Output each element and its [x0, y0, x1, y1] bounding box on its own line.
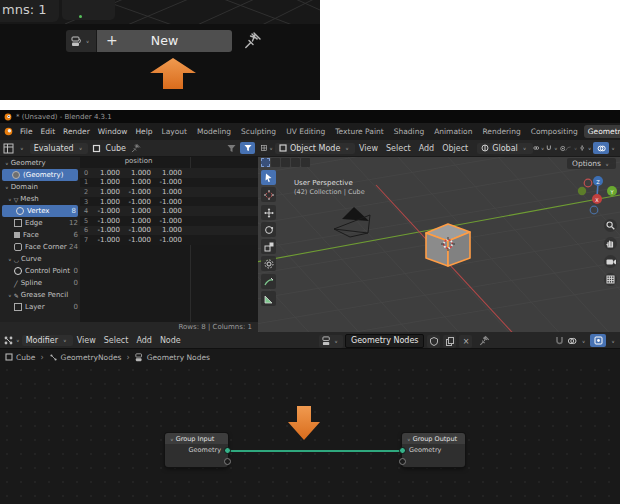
perspective-toggle-icon[interactable]	[604, 273, 617, 286]
tree-item-geometry[interactable]: (Geometry)	[2, 169, 78, 181]
viewport-menu-view[interactable]: View	[359, 144, 378, 153]
tool-transform-button[interactable]	[261, 256, 276, 271]
tab-sculpting[interactable]: Sculpting	[237, 125, 280, 138]
table-row[interactable]: 21.000-1.0001.000	[80, 187, 258, 197]
group-input-node[interactable]: ∨Group Input Geometry	[165, 433, 228, 467]
new-copy-button[interactable]	[443, 335, 456, 348]
tree-section-geometry[interactable]: ∨Geometry	[0, 157, 80, 169]
snap-magnet-icon[interactable]	[555, 336, 564, 346]
tree-section-curve[interactable]: ∨◡Curve	[0, 253, 80, 265]
node-menu-add[interactable]: Add	[136, 336, 152, 345]
virtual-socket[interactable]	[399, 458, 406, 465]
virtual-socket[interactable]	[224, 458, 231, 465]
pin-icon[interactable]	[478, 335, 490, 347]
unlink-button[interactable]: ×	[459, 335, 472, 348]
select-mode-box-button[interactable]	[271, 158, 280, 167]
pin-icon[interactable]	[243, 31, 261, 51]
table-row[interactable]: 7-1.000-1.000-1.000	[80, 235, 258, 245]
tab-animation[interactable]: Animation	[430, 125, 476, 138]
tab-compositing[interactable]: Compositing	[527, 125, 582, 138]
table-row[interactable]: 01.0001.0001.000	[80, 168, 258, 178]
menu-help[interactable]: Help	[135, 127, 152, 136]
table-row[interactable]: 6-1.000-1.0001.000	[80, 226, 258, 236]
fake-user-shield-button[interactable]	[427, 335, 440, 348]
column-header-position[interactable]: position	[92, 157, 185, 167]
object-mode-dropdown[interactable]: Object Mode ∨	[275, 143, 355, 154]
menu-file[interactable]: File	[20, 127, 33, 136]
breadcrumb-object[interactable]: Cube	[16, 353, 35, 362]
tree-section-grease-pencil[interactable]: ∨✎Grease Pencil	[0, 289, 80, 301]
select-mode-pick-button[interactable]	[301, 158, 310, 167]
geometry-input-socket[interactable]	[399, 447, 406, 454]
tool-measure-button[interactable]	[261, 291, 276, 306]
geometry-output-socket[interactable]	[224, 447, 231, 454]
pan-hand-icon[interactable]	[604, 237, 617, 250]
camera-view-icon[interactable]	[604, 255, 617, 268]
tree-item-control-point[interactable]: Control Point0	[0, 265, 80, 277]
node-menu-node[interactable]: Node	[160, 336, 181, 345]
tab-rendering[interactable]: Rendering	[478, 125, 524, 138]
group-output-node[interactable]: ∨Group Output Geometry	[402, 433, 465, 467]
modifier-dropdown[interactable]: Modifier ∨	[22, 335, 73, 346]
breadcrumb-modifier[interactable]: GeometryNodes	[61, 353, 122, 362]
node-tree-name-field[interactable]: Geometry Nodes	[345, 334, 424, 348]
tab-modeling[interactable]: Modeling	[193, 125, 235, 138]
viewport-canvas[interactable]: Z X Y Options ∨ User Perspective (42) Co…	[258, 157, 620, 332]
tool-cursor-button[interactable]	[261, 187, 276, 202]
tab-shading[interactable]: Shading	[390, 125, 428, 138]
pin-icon[interactable]	[130, 143, 141, 154]
menu-edit[interactable]: Edit	[41, 127, 56, 136]
evaluated-dropdown[interactable]: Evaluated ∨	[30, 143, 89, 154]
select-mode-circle-button[interactable]	[281, 158, 290, 167]
tree-item-face-corner[interactable]: Face Corner24	[0, 241, 80, 253]
blender-menu-icon[interactable]	[4, 127, 13, 136]
tool-rotate-button[interactable]	[261, 222, 276, 237]
tool-annotate-button[interactable]	[261, 274, 276, 289]
node-link[interactable]	[228, 450, 402, 452]
node-header[interactable]: ∨Group Input	[165, 433, 228, 444]
table-row[interactable]: 4-1.0001.0001.000	[80, 206, 258, 216]
menu-window[interactable]: Window	[98, 127, 128, 136]
zoom-icon[interactable]	[604, 219, 617, 232]
filter-funnel-icon[interactable]	[227, 144, 236, 153]
node-menu-view[interactable]: View	[77, 336, 96, 345]
viewport-menu-add[interactable]: Add	[419, 144, 435, 153]
tree-item-face[interactable]: Face6	[0, 229, 80, 241]
snap-magnet-icon[interactable]	[546, 143, 552, 153]
tree-section-mesh[interactable]: ∨▽Mesh	[0, 193, 80, 205]
spreadsheet-editor-icon[interactable]	[3, 143, 14, 154]
table-row[interactable]: 11.0001.000-1.000	[80, 178, 258, 188]
viewport-editor-icon[interactable]	[261, 143, 267, 153]
viewport-menu-select[interactable]: Select	[386, 144, 411, 153]
viewport-menu-object[interactable]: Object	[442, 144, 468, 153]
tab-geometry-nodes[interactable]: Geometry Nodes	[584, 125, 620, 138]
tool-move-button[interactable]	[261, 205, 276, 220]
select-mode-tweak-button[interactable]	[261, 158, 270, 167]
tree-item-spline[interactable]: ╱Spline0	[0, 277, 80, 289]
tool-scale-button[interactable]	[261, 239, 276, 254]
options-button[interactable]: Options ∨	[567, 158, 616, 169]
overlays-toggle-button[interactable]	[593, 142, 609, 154]
breadcrumb-nodetree[interactable]: Geometry Nodes	[147, 353, 210, 362]
tab-uv-editing[interactable]: UV Editing	[282, 125, 329, 138]
select-mode-lasso-button[interactable]	[291, 158, 300, 167]
menu-render[interactable]: Render	[63, 127, 90, 136]
tree-item-edge[interactable]: Edge12	[0, 217, 80, 229]
falloff-curve-icon[interactable]	[565, 144, 571, 153]
table-row[interactable]: 5-1.0001.000-1.000	[80, 216, 258, 226]
tree-section-domain[interactable]: ∨Domain	[0, 181, 80, 193]
nodetree-browse-button[interactable]: ∨	[319, 335, 343, 348]
overlays-icon[interactable]	[567, 336, 577, 346]
editor-sync-button[interactable]	[590, 334, 606, 347]
nodetree-browse-button[interactable]: ∨	[66, 30, 97, 52]
transform-orientation-dropdown[interactable]: Global ∨	[477, 143, 532, 154]
node-header[interactable]: ∨Group Output	[402, 433, 465, 444]
filter-toggle-button[interactable]	[240, 142, 255, 154]
tab-texture-paint[interactable]: Texture Paint	[331, 125, 387, 138]
tree-item-layer[interactable]: Layer0	[0, 301, 80, 313]
new-button[interactable]: + New	[97, 30, 232, 52]
tab-layout[interactable]: Layout	[157, 125, 191, 138]
tree-item-vertex[interactable]: Vertex8	[2, 205, 78, 217]
show-gizmo-icon[interactable]	[579, 143, 585, 153]
node-menu-select[interactable]: Select	[104, 336, 129, 345]
